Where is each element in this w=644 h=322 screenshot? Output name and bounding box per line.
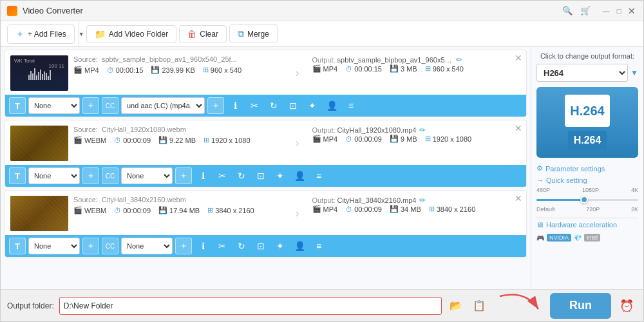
out-duration-3: ⏱ 00:00:09	[345, 205, 382, 213]
browse-folder-button[interactable]: 📂	[447, 297, 465, 315]
param-settings-button[interactable]: ⚙ Parameter settings	[536, 164, 638, 173]
add-subtitle-3[interactable]: ＋	[82, 238, 99, 254]
add-files-dropdown[interactable]: ▼	[79, 21, 84, 46]
crop-icon-3[interactable]: ⊡	[252, 238, 269, 254]
search-icon[interactable]: 🔍	[562, 6, 573, 15]
source-size-2: 9.22 MB	[169, 137, 196, 144]
alarm-button[interactable]: ⏰	[616, 296, 637, 316]
cc-btn-1[interactable]: CC	[102, 97, 118, 114]
edit-output-2[interactable]: ✏	[419, 126, 426, 135]
add-files-button[interactable]: ＋ + Add Files	[7, 24, 75, 44]
format-preview[interactable]: H.264 H.264	[536, 87, 638, 158]
format-panel-label: Click to change output format:	[536, 52, 638, 60]
add-audio-3[interactable]: ＋	[175, 238, 192, 254]
info-icon-1[interactable]: ℹ	[227, 97, 243, 114]
close-button[interactable]: ✕	[627, 6, 637, 16]
add-subtitle-1[interactable]: ＋	[82, 97, 99, 114]
cut-icon-2[interactable]: ✂	[214, 167, 231, 184]
res-icon: ⊞	[203, 66, 209, 74]
output-duration-3: 00:00:09	[354, 205, 382, 213]
watermark-icon-3[interactable]: 👤	[291, 238, 308, 254]
rotate-icon-2[interactable]: ↻	[233, 167, 250, 184]
rotate-icon-1[interactable]: ↻	[265, 97, 282, 114]
output-folder-label: Output folder:	[7, 301, 54, 310]
out-format-icon-1: 🎬	[312, 64, 321, 73]
add-folder-button[interactable]: 📁 Add Video Folder	[86, 25, 177, 43]
watermark-icon-1[interactable]: 👤	[323, 97, 340, 114]
maximize-button[interactable]: □	[614, 6, 624, 16]
nvidia-badge: NVIDIA	[547, 234, 571, 242]
file-item-2: Source: CityHall_1920x1080.webm 🎬 WEBM ⏱	[5, 120, 527, 187]
source-format-3: WEBM	[84, 207, 106, 214]
audio-select-2[interactable]: None	[121, 167, 173, 184]
subtitle-icon-1[interactable]: ≡	[343, 97, 359, 114]
watermark-icon-2[interactable]: 👤	[291, 167, 308, 184]
file-item-1: WK Total 100 11	[5, 50, 527, 117]
font-select-2[interactable]: None	[28, 167, 80, 184]
cut-icon-1[interactable]: ✂	[246, 97, 263, 114]
subtitle-icon-2[interactable]: ≡	[310, 167, 327, 184]
font-select-3[interactable]: None	[28, 238, 80, 254]
hw-accel-section[interactable]: 🖥 Hardware acceleration	[536, 218, 638, 231]
out-size-icon-2: 💾	[390, 135, 399, 143]
hw-brands: 🎮 NVIDIA 💎 Intel	[536, 234, 638, 242]
controls-bar-3: T None ＋ CC None ＋ ℹ ✂ ↻ ⊡	[5, 235, 526, 257]
close-file-1[interactable]: ✕	[513, 53, 524, 63]
out-res-2: ⊞ 1920 x 1080	[425, 135, 472, 143]
output-source-3: Output: CityHall_3840x2160.mp4 ✏	[312, 196, 522, 205]
source-duration-2: 00:00:09	[123, 137, 151, 144]
main-content: WK Total 100 11	[1, 47, 643, 289]
effect-icon-2[interactable]: ✦	[272, 167, 289, 184]
format-arrow-icon[interactable]: ▼	[630, 68, 638, 77]
source-duration-3: 00:00:09	[123, 207, 151, 214]
out-format-icon-3: 🎬	[312, 205, 321, 213]
clear-button[interactable]: 🗑 Clear	[179, 25, 227, 43]
add-audio-1[interactable]: ＋	[207, 97, 224, 114]
open-folder-button[interactable]: 📋	[470, 297, 488, 315]
edit-output-1[interactable]: ✏	[456, 55, 462, 64]
cc-btn-2[interactable]: CC	[102, 167, 118, 184]
info-icon-3[interactable]: ℹ	[194, 238, 211, 254]
output-res-1: 960 x 540	[433, 65, 464, 73]
crop-icon-1[interactable]: ⊡	[285, 97, 301, 114]
file-item-3: Source: CityHall_3840x2160.webm 🎬 WEBM ⏱	[5, 190, 527, 258]
edit-output-3[interactable]: ✏	[419, 196, 426, 205]
info-icon-2[interactable]: ℹ	[194, 167, 211, 184]
cut-icon-3[interactable]: ✂	[214, 238, 231, 254]
quality-720p: 720P	[586, 206, 600, 213]
audio-select-1[interactable]: und aac (LC) (mp4a...	[121, 97, 205, 114]
format-icon: 🎬	[73, 66, 82, 74]
subtitle-icon-3[interactable]: ≡	[310, 238, 327, 254]
merge-button[interactable]: ⧉ Merge	[229, 24, 278, 43]
audio-select-3[interactable]: None	[121, 238, 173, 254]
res-icon-2: ⊞	[204, 136, 209, 144]
close-file-2[interactable]: ✕	[513, 123, 524, 133]
effect-icon-1[interactable]: ✦	[304, 97, 321, 114]
size-icon: 💾	[151, 66, 160, 74]
effect-icon-3[interactable]: ✦	[272, 238, 289, 254]
run-button[interactable]: Run	[550, 293, 611, 319]
notification-icon[interactable]: 🛒	[580, 6, 591, 15]
font-select-1[interactable]: None	[28, 97, 80, 114]
minimize-button[interactable]: —	[601, 6, 611, 16]
format-dropdown[interactable]: H264	[536, 64, 628, 82]
output-folder-input[interactable]	[59, 297, 442, 315]
app-title: Video Converter	[23, 6, 562, 15]
output-filename-3: CityHall_3840x2160.mp4	[337, 196, 417, 204]
add-subtitle-2[interactable]: ＋	[82, 167, 99, 184]
clock-icon-2: ⏱	[114, 137, 121, 144]
format-icon-large: H.264	[565, 95, 610, 127]
slider-thumb[interactable]	[580, 196, 588, 204]
cc-btn-3[interactable]: CC	[102, 238, 118, 254]
clock-icon: ⏱	[107, 66, 114, 74]
crop-icon-2[interactable]: ⊡	[252, 167, 269, 184]
titlebar-action-icons: 🔍 🛒	[562, 6, 591, 15]
format-icon-small-text: H.264	[574, 135, 601, 146]
close-file-3[interactable]: ✕	[513, 193, 524, 204]
add-audio-2[interactable]: ＋	[175, 167, 192, 184]
source-format-2: WEBM	[84, 137, 106, 144]
res-icon-3: ⊞	[207, 206, 213, 214]
quality-slider[interactable]	[536, 194, 638, 205]
rotate-icon-3[interactable]: ↻	[233, 238, 250, 254]
source-filename-3: CityHall_3840x2160.webm	[102, 196, 186, 204]
